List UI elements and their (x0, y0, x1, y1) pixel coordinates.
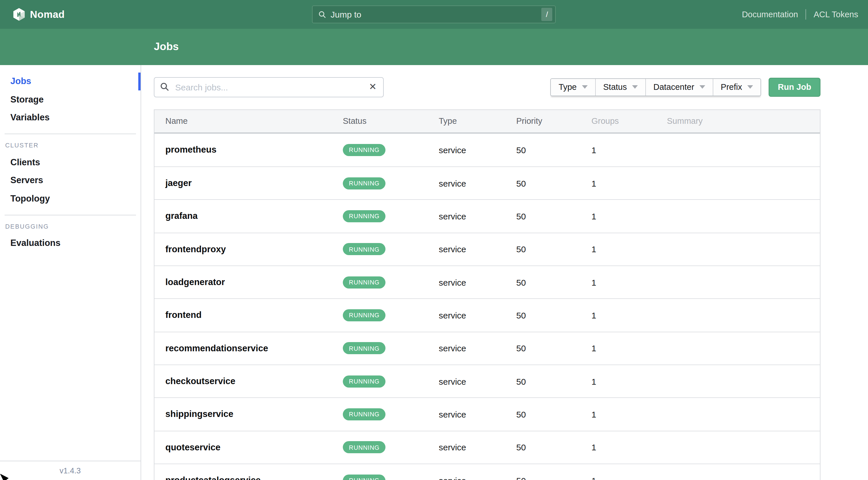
version-label: v1.4.3 (0, 460, 140, 480)
job-groups: 1 (591, 178, 667, 188)
top-nav-links: Documentation ACL Tokens (742, 9, 858, 20)
jobs-search-input[interactable] (154, 77, 384, 97)
sidebar: Jobs Storage Variables CLUSTER Clients S… (0, 65, 141, 480)
jump-to-placeholder: Jump to (331, 9, 362, 19)
sidebar-item-clients[interactable]: Clients (0, 153, 140, 171)
job-priority: 50 (516, 410, 591, 419)
job-priority: 50 (516, 475, 591, 480)
job-priority: 50 (516, 311, 591, 320)
job-name: prometheus (165, 145, 343, 155)
filter-datacenter[interactable]: Datacenter (645, 78, 713, 95)
toolbar-right: Type Status Datacenter Prefix (551, 77, 820, 96)
filter-label: Prefix (721, 82, 742, 92)
sidebar-divider (5, 134, 136, 134)
table-row[interactable]: loadgenerator RUNNING service 50 1 (154, 265, 820, 298)
table-row[interactable]: jaeger RUNNING service 50 1 (154, 166, 820, 199)
sidebar-item-storage[interactable]: Storage (0, 90, 140, 108)
filter-label: Datacenter (653, 82, 694, 92)
status-badge: RUNNING (343, 309, 439, 321)
job-type: service (439, 410, 516, 419)
table-row[interactable]: prometheus RUNNING service 50 1 (154, 133, 820, 166)
nomad-logo-icon (13, 8, 25, 21)
close-icon[interactable]: ✕ (365, 79, 380, 94)
filter-status[interactable]: Status (595, 78, 645, 95)
search-icon (160, 82, 169, 94)
sidebar-item-evaluations[interactable]: Evaluations (0, 234, 140, 252)
chevron-down-icon (747, 85, 753, 89)
sidebar-item-label: Clients (10, 157, 40, 168)
job-groups: 1 (591, 443, 667, 452)
table-row[interactable]: quoteservice RUNNING service 50 1 (154, 430, 820, 463)
job-priority: 50 (516, 244, 591, 254)
sidebar-item-label: Jobs (10, 76, 31, 87)
job-type: service (439, 145, 516, 155)
jump-to-search[interactable]: Jump to / (312, 5, 556, 23)
job-type: service (439, 343, 516, 353)
sidebar-item-label: Topology (10, 193, 50, 204)
documentation-link[interactable]: Documentation (742, 10, 798, 19)
sidebar-item-jobs[interactable]: Jobs (0, 72, 140, 90)
sidebar-section-cluster: CLUSTER (0, 141, 140, 153)
top-nav-bar: Nomad Jump to / Documentation ACL Tokens (0, 0, 868, 29)
table-row[interactable]: checkoutservice RUNNING service 50 1 (154, 364, 820, 398)
job-priority: 50 (516, 178, 591, 188)
column-header-status[interactable]: Status (343, 117, 439, 126)
link-divider (805, 9, 806, 20)
jobs-search-box: ✕ (154, 77, 384, 97)
job-groups: 1 (591, 376, 667, 386)
job-name: loadgenerator (165, 277, 343, 287)
job-priority: 50 (516, 211, 591, 221)
status-badge: RUNNING (343, 342, 439, 354)
table-row[interactable]: frontend RUNNING service 50 1 (154, 298, 820, 331)
job-groups: 1 (591, 277, 667, 287)
column-header-type[interactable]: Type (439, 117, 516, 126)
nomad-brand[interactable]: Nomad (13, 8, 65, 21)
job-type: service (439, 475, 516, 480)
table-row[interactable]: recommendationservice RUNNING service 50… (154, 331, 820, 364)
table-row[interactable]: frontendproxy RUNNING service 50 1 (154, 232, 820, 265)
job-groups: 1 (591, 343, 667, 353)
jobs-table: Name Status Type Priority Groups Summary… (154, 109, 820, 480)
run-job-button[interactable]: Run Job (769, 77, 820, 96)
job-name: frontend (165, 310, 343, 320)
job-priority: 50 (516, 376, 591, 386)
job-name: jaeger (165, 178, 343, 188)
sidebar-section-debugging: DEBUGGING (0, 222, 140, 234)
job-name: shippingservice (165, 409, 343, 419)
sidebar-item-topology[interactable]: Topology (0, 189, 140, 207)
status-badge: RUNNING (343, 144, 439, 156)
table-row[interactable]: productcatalogservice RUNNING service 50… (154, 463, 820, 480)
job-name: productcatalogservice (165, 475, 343, 480)
column-header-groups: Groups (591, 117, 667, 126)
status-badge: RUNNING (343, 243, 439, 255)
sidebar-item-label: Storage (10, 94, 43, 105)
job-name: grafana (165, 211, 343, 221)
page-title: Jobs (154, 41, 179, 53)
brand-name: Nomad (30, 8, 65, 21)
sidebar-item-label: Variables (10, 113, 50, 123)
job-type: service (439, 376, 516, 386)
sidebar-item-variables[interactable]: Variables (0, 108, 140, 127)
status-badge: RUNNING (343, 441, 439, 453)
job-name: checkoutservice (165, 376, 343, 386)
search-icon (319, 10, 327, 19)
job-groups: 1 (591, 410, 667, 419)
table-row[interactable]: shippingservice RUNNING service 50 1 (154, 398, 820, 431)
job-groups: 1 (591, 211, 667, 221)
job-table-body: prometheus RUNNING service 50 1 jaeger R… (154, 133, 820, 480)
acl-tokens-link[interactable]: ACL Tokens (813, 10, 858, 19)
job-priority: 50 (516, 343, 591, 353)
sidebar-item-servers[interactable]: Servers (0, 171, 140, 189)
table-row[interactable]: grafana RUNNING service 50 1 (154, 199, 820, 232)
nomad-app-window: Nomad Jump to / Documentation ACL Tokens… (0, 0, 868, 480)
chevron-down-icon (632, 85, 638, 89)
filter-prefix[interactable]: Prefix (713, 78, 761, 95)
job-type: service (439, 311, 516, 320)
job-type: service (439, 277, 516, 287)
filter-type[interactable]: Type (551, 78, 595, 95)
status-badge: RUNNING (343, 375, 439, 387)
column-header-name[interactable]: Name (165, 117, 343, 126)
column-header-priority[interactable]: Priority (516, 117, 591, 126)
job-priority: 50 (516, 145, 591, 155)
job-type: service (439, 211, 516, 221)
